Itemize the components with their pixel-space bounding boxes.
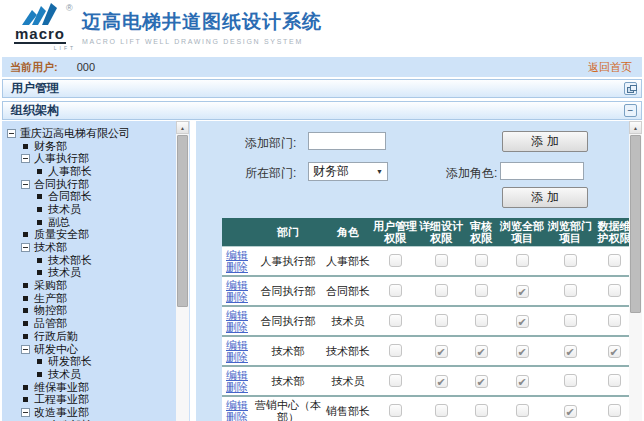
delete-link[interactable]: 删除 — [226, 261, 248, 273]
section-org-structure[interactable]: 组织架构 − — [2, 101, 642, 120]
tree-item[interactable]: 技术部长 — [2, 254, 190, 267]
collapse-node-icon[interactable] — [21, 243, 30, 252]
tree-scrollbar[interactable]: ▲ — [176, 121, 189, 421]
delete-link[interactable]: 删除 — [226, 291, 248, 303]
add-dept-button[interactable]: 添 加 — [502, 131, 588, 152]
checkbox-unchecked[interactable] — [608, 404, 621, 417]
edit-link[interactable]: 编辑 — [226, 279, 248, 291]
parent-dept-select[interactable]: 财务部 ▼ — [308, 162, 388, 181]
add-dept-input[interactable] — [308, 132, 386, 150]
checkbox-checked[interactable]: ✔ — [516, 375, 529, 388]
tree-item[interactable]: 研发部长 — [2, 355, 190, 368]
role-cell: 人事部长 — [324, 247, 372, 277]
scroll-up-arrow-icon[interactable]: ▲ — [629, 121, 642, 134]
checkbox-unchecked[interactable] — [475, 404, 488, 417]
checkbox-unchecked[interactable] — [435, 404, 448, 417]
checkbox-checked[interactable]: ✔ — [564, 345, 577, 358]
checkbox-unchecked[interactable] — [608, 284, 621, 297]
tree-item[interactable]: 技术员 — [2, 368, 190, 381]
checkbox-checked[interactable]: ✔ — [608, 345, 621, 358]
checkbox-checked[interactable]: ✔ — [435, 345, 448, 358]
tree-item[interactable]: 人事部长 — [2, 165, 190, 178]
checkbox-checked[interactable]: ✔ — [475, 345, 488, 358]
tree-item[interactable]: 财务部 — [2, 140, 190, 153]
delete-link[interactable]: 删除 — [226, 411, 248, 421]
tree-item[interactable]: 研发中心 — [2, 343, 190, 356]
collapse-node-icon[interactable] — [21, 408, 30, 417]
checkbox-unchecked[interactable] — [564, 284, 577, 297]
edit-link[interactable]: 编辑 — [226, 369, 248, 381]
tree-item[interactable]: 质量安全部 — [2, 229, 190, 242]
collapse-node-icon[interactable] — [21, 345, 30, 354]
checkbox-unchecked[interactable] — [389, 404, 402, 417]
edit-link[interactable]: 编辑 — [226, 399, 248, 411]
tree-item[interactable]: 重庆迈高电梯有限公司 — [2, 127, 190, 140]
checkbox-unchecked[interactable] — [389, 344, 402, 357]
checkbox-unchecked[interactable] — [516, 404, 529, 417]
delete-link[interactable]: 删除 — [226, 351, 248, 363]
collapse-node-icon[interactable] — [7, 129, 16, 138]
section-user-management[interactable]: 用户管理 — [2, 79, 642, 98]
scroll-up-arrow-icon[interactable]: ▲ — [176, 121, 189, 134]
org-tree: 重庆迈高电梯有限公司财务部人事执行部人事部长合同执行部合同部长技术员副总质量安全… — [2, 121, 190, 421]
checkbox-unchecked[interactable] — [564, 374, 577, 387]
checkbox-unchecked[interactable] — [516, 254, 529, 267]
panel-scrollbar[interactable]: ▲ — [629, 121, 642, 421]
checkbox-unchecked[interactable] — [564, 314, 577, 327]
permission-cell — [498, 247, 546, 277]
edit-link[interactable]: 编辑 — [226, 309, 248, 321]
checkbox-unchecked[interactable] — [608, 374, 621, 387]
checkbox-unchecked[interactable] — [608, 254, 621, 267]
tree-item[interactable]: 物控部 — [2, 305, 190, 318]
return-home-link[interactable]: 返回首页 — [588, 60, 632, 75]
tree-item[interactable]: 技术部 — [2, 241, 190, 254]
tree-item[interactable]: 合同执行部 — [2, 178, 190, 191]
checkbox-unchecked[interactable] — [475, 284, 488, 297]
checkbox-checked[interactable]: ✔ — [516, 345, 529, 358]
tree-item[interactable]: 技术员 — [2, 267, 190, 280]
checkbox-unchecked[interactable] — [389, 254, 402, 267]
checkbox-unchecked[interactable] — [435, 254, 448, 267]
checkbox-unchecked[interactable] — [435, 284, 448, 297]
tree-item[interactable]: 维保事业部 — [2, 381, 190, 394]
checkbox-unchecked[interactable] — [608, 314, 621, 327]
checkbox-checked[interactable]: ✔ — [435, 375, 448, 388]
tree-item[interactable]: 合同部长 — [2, 190, 190, 203]
checkbox-checked[interactable]: ✔ — [516, 285, 529, 298]
checkbox-unchecked[interactable] — [435, 314, 448, 327]
tree-item[interactable]: 生产部 — [2, 292, 190, 305]
panel-scrollbar-thumb[interactable] — [630, 135, 641, 313]
tree-item[interactable]: 行政后勤 — [2, 330, 190, 343]
delete-link[interactable]: 删除 — [226, 321, 248, 333]
tree-item[interactable]: 改造事业部 — [2, 406, 190, 419]
tree-item[interactable]: 工程事业部 — [2, 393, 190, 406]
restore-window-icon[interactable] — [624, 82, 637, 95]
permission-cell — [418, 306, 464, 336]
checkbox-checked[interactable]: ✔ — [516, 315, 529, 328]
edit-link[interactable]: 编辑 — [226, 249, 248, 261]
tree-item[interactable]: 人事执行部 — [2, 152, 190, 165]
checkbox-unchecked[interactable] — [475, 254, 488, 267]
collapse-node-icon[interactable] — [21, 180, 30, 189]
permission-cell: ✔ — [498, 366, 546, 396]
edit-link[interactable]: 编辑 — [226, 339, 248, 351]
checkbox-checked[interactable]: ✔ — [475, 375, 488, 388]
add-role-input[interactable] — [500, 162, 584, 180]
tree-item[interactable]: 品管部 — [2, 317, 190, 330]
checkbox-unchecked[interactable] — [389, 374, 402, 387]
checkbox-unchecked[interactable] — [389, 314, 402, 327]
collapse-node-icon[interactable] — [21, 154, 30, 163]
delete-link[interactable]: 删除 — [226, 381, 248, 393]
checkbox-checked[interactable]: ✔ — [564, 405, 577, 418]
tree-item[interactable]: 采购部 — [2, 279, 190, 292]
tree-item[interactable]: 技术员 — [2, 203, 190, 216]
macro-mountain-icon — [20, 3, 64, 25]
collapse-icon[interactable]: − — [624, 104, 637, 117]
tree-item[interactable]: 副总 — [2, 216, 190, 229]
checkbox-unchecked[interactable] — [475, 314, 488, 327]
tree-item-label[interactable]: 改造部长 — [48, 418, 92, 421]
tree-scrollbar-thumb[interactable] — [177, 135, 188, 307]
checkbox-unchecked[interactable] — [564, 254, 577, 267]
checkbox-unchecked[interactable] — [389, 284, 402, 297]
add-role-button[interactable]: 添 加 — [502, 187, 588, 208]
